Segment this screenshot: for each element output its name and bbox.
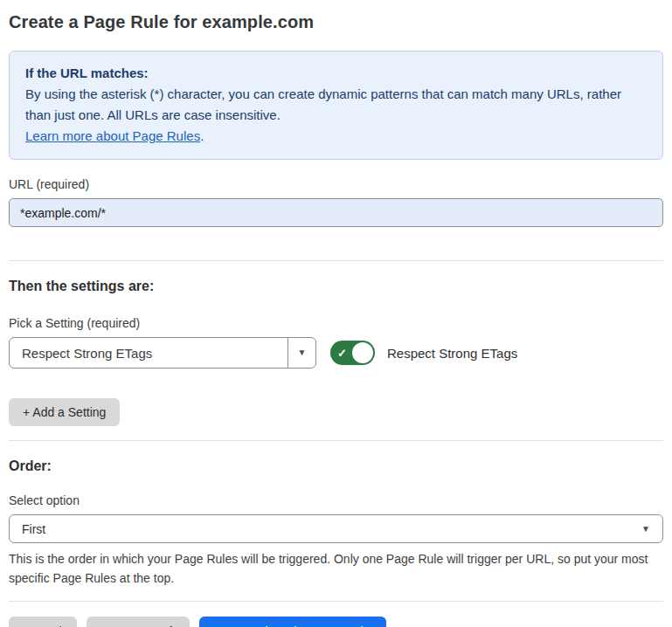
order-help-text: This is the order in which your Page Rul… (9, 549, 663, 588)
setting-select-value: Respect Strong ETags (10, 346, 288, 361)
chevron-down-icon: ▼ (641, 525, 650, 534)
divider (9, 440, 663, 441)
action-bar: Cancel Save as Draft Save and Deploy Pag… (9, 617, 663, 627)
toggle-label: Respect Strong ETags (387, 346, 517, 361)
setting-select[interactable]: Respect Strong ETags ▼ (9, 337, 316, 369)
check-icon: ✓ (337, 348, 347, 359)
pick-setting-label: Pick a Setting (required) (9, 316, 663, 330)
url-field-label: URL (required) (9, 177, 663, 191)
add-setting-button[interactable]: + Add a Setting (9, 398, 120, 426)
toggle-knob (352, 342, 373, 363)
settings-section-heading: Then the settings are: (9, 279, 663, 294)
order-select-label: Select option (9, 493, 663, 507)
order-select[interactable]: First ▼ (9, 514, 663, 543)
dropdown-arrow-icon: ▼ (298, 348, 307, 357)
save-and-deploy-button[interactable]: Save and Deploy Page Rule (199, 617, 386, 627)
order-section-heading: Order: (9, 458, 663, 474)
setting-row: Respect Strong ETags ▼ ✓ Respect Strong … (9, 337, 663, 369)
info-box-heading: If the URL matches: (25, 63, 647, 84)
setting-toggle[interactable]: ✓ (330, 341, 375, 365)
page-title: Create a Page Rule for example.com (9, 12, 663, 32)
url-input[interactable] (9, 198, 663, 227)
save-as-draft-button[interactable]: Save as Draft (87, 617, 191, 627)
link-suffix: . (200, 128, 204, 143)
info-box-link-line: Learn more about Page Rules. (25, 126, 647, 147)
page-rule-form: Create a Page Rule for example.com If th… (0, 0, 672, 627)
divider (9, 601, 663, 602)
order-select-value: First (22, 522, 45, 536)
info-box-body: By using the asterisk (*) character, you… (25, 84, 647, 126)
learn-more-link[interactable]: Learn more about Page Rules (25, 128, 200, 143)
url-match-info-box: If the URL matches: By using the asteris… (9, 51, 663, 160)
divider (9, 260, 663, 261)
setting-select-arrow-button[interactable]: ▼ (288, 338, 315, 368)
cancel-button[interactable]: Cancel (9, 617, 77, 627)
